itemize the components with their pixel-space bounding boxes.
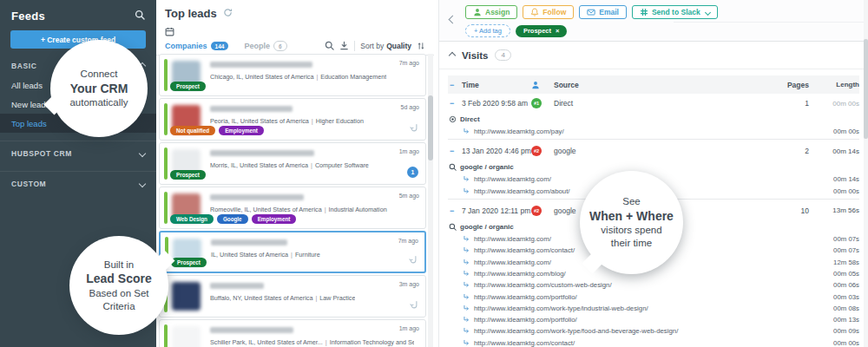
badge-cell: #1 bbox=[531, 98, 554, 108]
return-icon bbox=[463, 235, 470, 243]
lead-score-bar bbox=[164, 147, 168, 180]
refresh-icon[interactable] bbox=[223, 5, 233, 21]
search-icon[interactable] bbox=[135, 8, 145, 23]
page-url[interactable]: http://www.ideamktg.com/contact/ bbox=[474, 246, 575, 254]
return-icon bbox=[463, 281, 470, 289]
active-tag-prospect[interactable]: Prospect × bbox=[516, 25, 568, 37]
bubble-line: Lead Score bbox=[86, 271, 151, 286]
email-button[interactable]: Email bbox=[579, 5, 627, 19]
visits-section-header: Visits 4 bbox=[439, 42, 868, 69]
column-length: Length bbox=[809, 81, 859, 88]
search-icon[interactable] bbox=[325, 38, 334, 54]
visited-page-row[interactable]: http://www.ideamktg.com/work-type/indust… bbox=[448, 303, 859, 314]
send-to-slack-button[interactable]: Send to Slack bbox=[632, 5, 718, 19]
tab-companies[interactable]: Companies 144 bbox=[165, 37, 228, 55]
lead-card[interactable]: IL, United States of America|Furniture7m… bbox=[159, 231, 426, 273]
tab-people[interactable]: People 6 bbox=[244, 37, 286, 55]
visited-page-row[interactable]: http://www.ideamktg.com/portfolio/00m 03… bbox=[448, 291, 859, 302]
list-scrollbar bbox=[428, 54, 433, 347]
last-visit-time: 5d ago bbox=[401, 104, 419, 110]
visited-page-row[interactable]: http://www.ideamktg.com/contact/00m 00s bbox=[448, 337, 859, 347]
search-icon bbox=[449, 223, 457, 231]
sort-value[interactable]: Quality bbox=[386, 42, 411, 50]
lead-tags: Prospect bbox=[171, 258, 207, 267]
source-detail-label: google / organic bbox=[460, 163, 514, 171]
visit-row[interactable]: −13 Jan 2020 4:46 pm#2google200m 14s bbox=[448, 141, 859, 160]
companies-count-badge: 144 bbox=[211, 42, 229, 50]
page-url[interactable]: http://www.ideamktg.com/about/ bbox=[474, 187, 570, 195]
scrollbar-thumb[interactable] bbox=[864, 39, 868, 139]
chevron-up-icon[interactable] bbox=[449, 51, 456, 58]
collapse-all-icon[interactable]: − bbox=[448, 81, 462, 89]
return-icon bbox=[463, 246, 470, 254]
separator: | bbox=[316, 73, 318, 81]
lead-card[interactable]: Peoria, IL, United States of America|Hig… bbox=[159, 98, 426, 141]
lead-meta: IL, United States of America|Furniture bbox=[211, 251, 320, 259]
page-url[interactable]: http://www.ideamktg.com/work-type/indust… bbox=[474, 304, 648, 312]
follow-button[interactable]: Follow bbox=[523, 5, 574, 19]
tag-prospect: Prospect bbox=[171, 258, 207, 267]
visited-page-row[interactable]: http://www.ideamktg.com/portfolio/00m 13… bbox=[448, 314, 859, 325]
lead-meta: Romeoville, IL, United States of America… bbox=[210, 206, 387, 213]
lead-card[interactable]: Buffalo, NY, United States of America|La… bbox=[159, 275, 426, 318]
visit-quality-badge: #2 bbox=[531, 146, 542, 156]
page-url[interactable]: http://www.ideamktg.com/custom-web-desig… bbox=[474, 281, 612, 289]
page-url[interactable]: http://www.ideamktg.com/ bbox=[474, 259, 551, 266]
bubble-line: Connect bbox=[81, 68, 118, 81]
collapse-icon[interactable]: − bbox=[448, 206, 462, 215]
lead-list-panel: Top leads Companies 144 People 6 Sort by… bbox=[156, 0, 434, 347]
page-url[interactable]: http://www.ideamktg.com/portfolio/ bbox=[474, 316, 577, 324]
tag-web-design: Web Design bbox=[170, 214, 214, 224]
sort-direction-icon[interactable] bbox=[417, 38, 425, 54]
sidebar-header: Feeds bbox=[0, 0, 156, 27]
page-url[interactable]: http://www.ideamktg.com/ bbox=[474, 235, 551, 243]
lead-card[interactable]: Schiller Park, IL, United States of Amer… bbox=[159, 319, 426, 347]
lead-card[interactable]: Romeoville, IL, United States of America… bbox=[159, 187, 426, 229]
person-icon bbox=[531, 81, 540, 89]
collapse-icon[interactable]: − bbox=[448, 147, 462, 155]
page-length: 00m 09s bbox=[809, 327, 859, 335]
sidebar-section-custom[interactable]: CUSTOM bbox=[0, 171, 156, 193]
tag-prospect: Prospect bbox=[170, 170, 206, 180]
section-label: HUBSPOT CRM bbox=[11, 149, 72, 158]
last-visit-time: 3m ago bbox=[399, 281, 419, 287]
company-logo bbox=[172, 282, 201, 311]
bubble-line: Your CRM bbox=[70, 81, 128, 96]
visited-page-row[interactable]: http://www.ideamktg.com/work-type/food-a… bbox=[448, 325, 859, 337]
unfollow-hook-icon[interactable] bbox=[410, 298, 419, 313]
lead-card[interactable]: Morris, IL, United States of America|Com… bbox=[159, 142, 426, 185]
visited-page-row[interactable]: http://www.ideamktg.com/blog/00m 05s bbox=[448, 268, 859, 279]
visit-time: 3 Feb 2020 9:58 am bbox=[462, 99, 531, 108]
collapse-icon[interactable]: − bbox=[448, 99, 462, 108]
sidebar-item-label: All leads bbox=[11, 81, 43, 90]
page-length: 00m 07s bbox=[809, 235, 859, 243]
add-tag-button[interactable]: + Add tag bbox=[465, 24, 510, 37]
remove-tag-icon[interactable]: × bbox=[556, 27, 559, 35]
visit-row[interactable]: −3 Feb 2020 9:58 am#1Direct100m 00s bbox=[448, 94, 859, 113]
scrollbar-thumb[interactable] bbox=[428, 95, 433, 160]
sidebar-section-hubspot-crm[interactable]: HUBSPOT CRM bbox=[0, 141, 156, 163]
unfollow-hook-icon[interactable] bbox=[410, 121, 419, 136]
unfollow-hook-icon[interactable] bbox=[409, 252, 418, 268]
back-icon[interactable] bbox=[449, 16, 457, 24]
download-icon[interactable] bbox=[339, 38, 349, 54]
callout-when-where: SeeWhen + Wherevisitors spendtheir time bbox=[580, 171, 683, 274]
visited-page-row[interactable]: http://www.ideamktg.com/pay/00m 00s bbox=[448, 126, 859, 137]
page-url[interactable]: http://www.ideamktg.com/blog/ bbox=[474, 270, 566, 278]
page-length: 00m 08s bbox=[809, 304, 859, 312]
column-time: Time bbox=[462, 81, 531, 89]
lead-industry: Higher Education bbox=[316, 117, 364, 125]
return-icon bbox=[463, 293, 470, 301]
visited-page-row[interactable]: http://www.ideamktg.com/custom-web-desig… bbox=[448, 279, 859, 291]
target-icon bbox=[449, 115, 457, 123]
lead-meta: Buffalo, NY, United States of America|La… bbox=[210, 294, 355, 302]
page-url[interactable]: http://www.ideamktg.com/work-type/food-a… bbox=[474, 327, 678, 335]
sidebar-item-label: Top leads bbox=[11, 119, 47, 128]
page-url[interactable]: http://www.ideamktg.com/portfolio/ bbox=[474, 293, 577, 301]
page-url[interactable]: http://www.ideamktg.com/ bbox=[474, 175, 551, 183]
page-url[interactable]: http://www.ideamktg.com/pay/ bbox=[474, 128, 564, 135]
lead-card[interactable]: Chicago, IL, United States of America|Ed… bbox=[159, 54, 426, 96]
tag-not-qualified: Not qualified bbox=[170, 126, 215, 135]
assign-button[interactable]: Assign bbox=[465, 5, 517, 19]
page-url[interactable]: http://www.ideamktg.com/contact/ bbox=[474, 339, 575, 347]
